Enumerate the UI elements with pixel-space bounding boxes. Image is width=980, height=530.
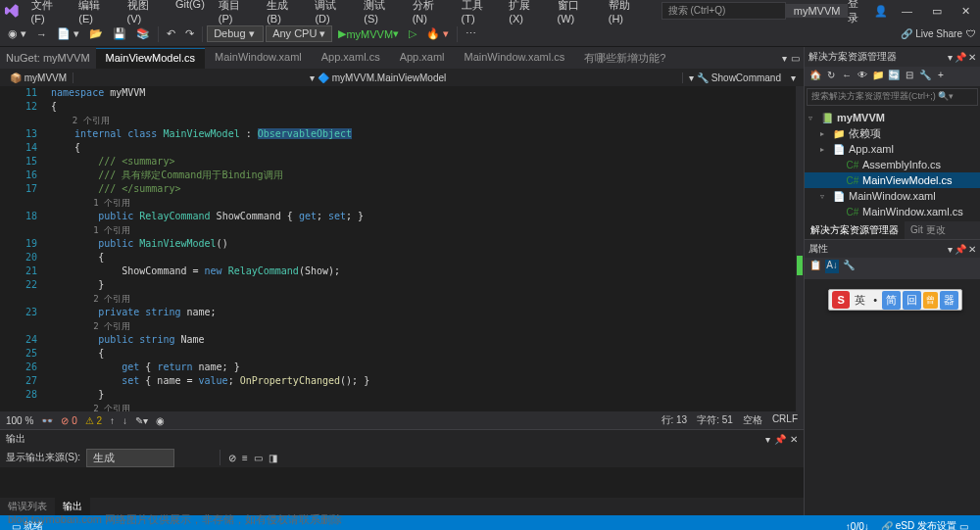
se-tab[interactable]: 解决方案资源管理器 — [805, 221, 905, 239]
ime-skin-button[interactable]: 曾 — [923, 292, 938, 309]
menu-item[interactable]: 编辑(E) — [73, 0, 119, 26]
tree-item[interactable]: ▸📁依赖项 — [805, 125, 980, 141]
se-back-icon[interactable]: ← — [840, 70, 854, 83]
tree-item[interactable]: C#MainWindow.xaml.cs — [805, 204, 980, 219]
menu-item[interactable]: 工具(T) — [456, 0, 502, 26]
se-search-input[interactable]: 搜索解决方案资源管理器(Ctrl+;) 🔍▾ — [807, 88, 978, 106]
indent-indicator[interactable]: 空格 — [743, 413, 762, 427]
properties-body[interactable] — [805, 279, 980, 515]
props-az-icon[interactable]: A↓ — [825, 260, 839, 273]
save-button[interactable]: 💾 — [109, 24, 130, 43]
se-collapse-icon[interactable]: ⊟ — [903, 70, 916, 83]
ime-tool-button[interactable]: 器 — [940, 291, 958, 310]
props-cat-icon[interactable]: 📋 — [808, 260, 822, 273]
menu-item[interactable]: 文件(F) — [25, 0, 72, 26]
se-preview-icon[interactable]: + — [934, 70, 948, 83]
menu-item[interactable]: 视图(V) — [122, 0, 168, 26]
document-tab[interactable]: 有哪些新增功能? — [574, 48, 675, 69]
se-home-icon[interactable]: 🏠 — [808, 70, 822, 83]
menu-item[interactable]: 窗口(W) — [552, 0, 601, 26]
document-tab[interactable]: MainWindow.xaml.cs — [455, 48, 575, 69]
status-repo[interactable]: ↑0/0↓ — [840, 519, 875, 530]
tb-misc-button[interactable]: ⋯ — [462, 24, 480, 43]
menu-item[interactable]: 分析(N) — [407, 0, 454, 26]
prev-issue-button[interactable]: ↑ — [110, 415, 115, 426]
props-wrench-icon[interactable]: 🔧 — [842, 260, 856, 273]
close-button[interactable]: ✕ — [956, 3, 976, 20]
ime-punct-button[interactable]: • — [870, 292, 880, 308]
char-indicator[interactable]: 字符: 51 — [697, 413, 733, 427]
nav-back-button[interactable]: ◉ ▾ — [4, 24, 30, 43]
se-showall-icon[interactable]: 📁 — [871, 70, 885, 83]
nav-opts-button[interactable]: ✎▾ — [135, 415, 148, 426]
new-file-button[interactable]: 📄 ▾ — [53, 24, 83, 43]
bc-member[interactable]: ▾ 🔧 ShowCommand — [683, 72, 787, 83]
se-refresh-icon[interactable]: 🔄 — [887, 70, 901, 83]
search-input[interactable]: 搜索 (Ctrl+Q) — [662, 2, 786, 20]
tree-item[interactable]: ▿📗myMVVM — [805, 110, 980, 125]
next-issue-button[interactable]: ↓ — [122, 415, 127, 426]
config-dropdown[interactable]: Debug ▾ — [207, 25, 264, 42]
menu-item[interactable]: 帮助(H) — [603, 0, 650, 26]
props-close-icon[interactable]: ✕ — [968, 244, 976, 255]
ime-toolbar[interactable]: S 英 • 简 回 曾 器 — [828, 289, 962, 311]
output-wrap-button[interactable]: ≡ — [242, 453, 248, 463]
menu-item[interactable]: Git(G) — [170, 0, 211, 26]
save-all-button[interactable]: 📚 — [132, 24, 154, 43]
tab-nuget[interactable]: NuGet: myMVVM — [0, 49, 96, 67]
bc-project[interactable]: 📦 myMVVM — [4, 72, 73, 83]
minimize-button[interactable]: — — [896, 3, 918, 19]
nav-fwd-button[interactable]: → — [32, 25, 51, 43]
zoom-level[interactable]: 100 % — [6, 415, 33, 426]
no-issues-icon[interactable]: 👓 — [41, 415, 53, 426]
output-toggle-button[interactable]: ▭ — [254, 453, 263, 463]
output-dropdown-icon[interactable]: ▾ — [765, 434, 770, 445]
redo-button[interactable]: ↷ — [181, 24, 198, 43]
tree-item[interactable]: C#MainViewModel.cs — [805, 172, 980, 188]
ime-logo-icon[interactable]: S — [832, 291, 850, 309]
document-tab[interactable]: MainViewModel.cs — [96, 48, 206, 69]
ime-lang-button[interactable]: 英 — [852, 291, 868, 310]
output-body[interactable] — [0, 467, 804, 498]
se-dropdown-icon[interactable]: ▾ — [948, 52, 953, 63]
bc-class[interactable]: ▾ 🔷 myMVVM.MainViewModel — [73, 72, 683, 83]
props-dropdown-icon[interactable]: ▾ — [948, 244, 953, 255]
se-view-icon[interactable]: 👁 — [856, 70, 869, 83]
output-clear-button[interactable]: ⊘ — [228, 453, 236, 463]
user-icon[interactable]: 👤 — [874, 5, 888, 18]
editor-wrapper[interactable]: 1112131415161718192021222324252627282930… — [0, 86, 804, 411]
props-pin-icon[interactable]: 📌 — [955, 244, 966, 255]
menu-item[interactable]: 项目(P) — [213, 0, 259, 26]
ime-mode-button[interactable]: 简 — [882, 291, 901, 310]
se-pin-icon[interactable]: 📌 — [955, 52, 966, 63]
undo-button[interactable]: ↶ — [163, 24, 179, 43]
line-indicator[interactable]: 行: 13 — [662, 413, 688, 427]
hot-reload-button[interactable]: 🔥 ▾ — [422, 24, 453, 43]
output-pin-icon[interactable]: 📌 — [774, 434, 786, 445]
status-branch[interactable]: 🔗 eSD 发布设置 ▭ — [875, 519, 974, 530]
output-copy-button[interactable]: ◨ — [269, 453, 277, 463]
tree-item[interactable]: C#AssemblyInfo.cs — [805, 157, 980, 172]
login-link[interactable]: 登录 — [848, 0, 866, 25]
se-sync-icon[interactable]: ↻ — [824, 70, 838, 83]
menu-item[interactable]: 生成(B) — [261, 0, 307, 26]
maximize-button[interactable]: ▭ — [926, 3, 948, 20]
tab-preview-icon[interactable]: ▭ — [791, 53, 800, 64]
tab-dropdown-icon[interactable]: ▾ — [782, 53, 787, 64]
liveshare-button[interactable]: 🔗 Live Share — [901, 28, 962, 39]
menu-item[interactable]: 调试(D) — [309, 0, 356, 26]
output-close-icon[interactable]: ✕ — [790, 434, 798, 445]
document-tab[interactable]: App.xaml.cs — [312, 48, 390, 69]
menu-item[interactable]: 测试(S) — [358, 0, 404, 26]
se-close-icon[interactable]: ✕ — [968, 52, 976, 63]
se-tab[interactable]: Git 更改 — [905, 221, 952, 239]
output-source-dropdown[interactable]: 生成 — [86, 449, 174, 467]
platform-dropdown[interactable]: Any CPU ▾ — [266, 25, 332, 42]
ime-softkbd-button[interactable]: 回 — [903, 291, 921, 310]
start-button[interactable]: ▶ myMVVM ▾ — [334, 24, 403, 43]
open-button[interactable]: 📂 — [85, 24, 107, 43]
se-props-icon[interactable]: 🔧 — [918, 70, 932, 83]
warning-count[interactable]: ⚠ 2 — [85, 415, 102, 426]
tree-item[interactable]: ▸📄App.xaml — [805, 141, 980, 157]
error-count[interactable]: ⊘ 0 — [61, 415, 76, 426]
